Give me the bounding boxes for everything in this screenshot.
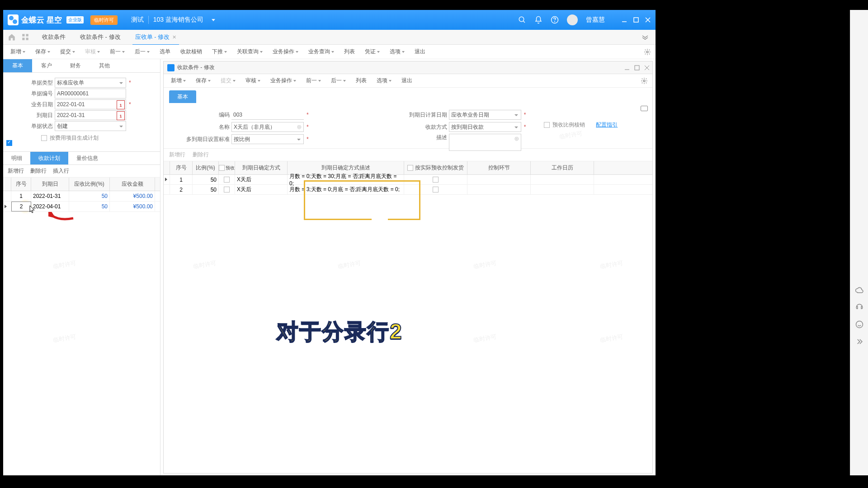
rgh-way[interactable]: 到期日确定方式 bbox=[235, 161, 288, 174]
apps-icon[interactable] bbox=[21, 33, 29, 41]
input-bizdate[interactable]: 2022-01-01 bbox=[55, 99, 126, 109]
ptbtn-save[interactable]: 保存 bbox=[192, 75, 214, 86]
tbtn-push[interactable]: 下推 bbox=[208, 46, 231, 57]
search-icon[interactable] bbox=[518, 16, 526, 24]
ltab-basic[interactable]: 基本 bbox=[3, 59, 32, 72]
lgh-amt[interactable]: 应收金额 bbox=[110, 178, 155, 191]
subtab-qtyprice[interactable]: 量价信息 bbox=[68, 152, 106, 164]
tbtn-voucher[interactable]: 凭证 bbox=[361, 46, 383, 57]
panel-maximize-icon[interactable] bbox=[634, 65, 640, 70]
tab-close-icon[interactable]: ✕ bbox=[172, 34, 176, 40]
avatar[interactable] bbox=[567, 14, 578, 25]
pinput-code[interactable]: 003 bbox=[231, 110, 304, 120]
rgh-seq[interactable]: 序号 bbox=[170, 161, 193, 174]
panel-close-icon[interactable] bbox=[644, 65, 650, 70]
ptbtn-prev[interactable]: 前一 bbox=[302, 75, 325, 86]
chk-r1-pre[interactable] bbox=[224, 177, 230, 183]
rowop-del[interactable]: 删除行 bbox=[30, 167, 47, 175]
smile-icon[interactable] bbox=[855, 320, 864, 329]
tbtn-save[interactable]: 保存 bbox=[32, 46, 54, 57]
rgh-pct[interactable]: 比例(%) bbox=[193, 161, 219, 174]
env-label[interactable]: 测试 bbox=[131, 16, 144, 24]
ptbtn-list[interactable]: 列表 bbox=[352, 75, 370, 86]
input-docno[interactable]: AR00000061 bbox=[55, 89, 126, 99]
chk-byfee[interactable] bbox=[41, 135, 47, 141]
rgh-link[interactable]: 控制环节 bbox=[467, 161, 531, 174]
panel-tab-basic[interactable]: 基本 bbox=[169, 90, 196, 103]
ptbtn-submit[interactable]: 提交 bbox=[217, 75, 239, 86]
tbtn-prev[interactable]: 前一 bbox=[106, 46, 128, 57]
input-duedate[interactable]: 2022-01-31 bbox=[55, 110, 126, 120]
pinput-method[interactable]: 按到期日收款 bbox=[449, 122, 521, 132]
headphones-icon[interactable] bbox=[855, 303, 864, 312]
tbtn-new[interactable]: 新增 bbox=[7, 46, 29, 57]
chk-r1-ctrl[interactable] bbox=[433, 177, 439, 183]
pinput-name[interactable]: X天后（非月底） bbox=[231, 122, 304, 132]
rowop-ins[interactable]: 插入行 bbox=[53, 167, 69, 175]
ptbtn-options[interactable]: 选项 bbox=[373, 75, 395, 86]
minimize-icon[interactable] bbox=[621, 17, 627, 23]
lgh-seq[interactable]: 序号 bbox=[11, 178, 31, 191]
chevron-down-icon[interactable] bbox=[212, 19, 215, 21]
home-icon[interactable] bbox=[8, 33, 16, 41]
pinput-calc[interactable]: 应收单业务日期 bbox=[449, 110, 521, 120]
tbtn-writeoff[interactable]: 收款核销 bbox=[177, 46, 206, 57]
tbtn-select[interactable]: 选单 bbox=[156, 46, 174, 57]
tbtn-list[interactable]: 列表 bbox=[340, 46, 359, 57]
tbtn-related[interactable]: 关联查询 bbox=[233, 46, 266, 57]
left-grid-row-2[interactable]: 2 2022-04-01 50 ¥500.00 bbox=[3, 202, 160, 212]
chk-r2-ctrl[interactable] bbox=[433, 187, 439, 192]
link-guide[interactable]: 配置指引 bbox=[596, 121, 618, 129]
tbtn-bizop[interactable]: 业务操作 bbox=[269, 46, 302, 57]
gear-icon[interactable] bbox=[644, 48, 651, 56]
tbtn-next[interactable]: 后一 bbox=[131, 46, 153, 57]
tbtn-audit[interactable]: 审核 bbox=[81, 46, 104, 57]
rgh-cal[interactable]: 工作日历 bbox=[531, 161, 594, 174]
ltab-finance[interactable]: 财务 bbox=[61, 59, 90, 72]
chk-head-pre[interactable] bbox=[219, 165, 225, 171]
chk-right-unknown[interactable] bbox=[6, 140, 12, 146]
close-icon[interactable] bbox=[645, 17, 651, 23]
panel-gear-icon[interactable] bbox=[641, 77, 648, 84]
tabbar-collapse-icon[interactable] bbox=[641, 34, 649, 40]
prowop-add[interactable]: 新增行 bbox=[169, 151, 185, 159]
panel-minimize-icon[interactable] bbox=[624, 65, 630, 70]
ptbtn-bizop[interactable]: 业务操作 bbox=[267, 75, 300, 86]
user-name[interactable]: 曾嘉慧 bbox=[586, 16, 605, 24]
tbtn-exit[interactable]: 退出 bbox=[411, 46, 429, 57]
input-status[interactable]: 创建 bbox=[55, 121, 126, 131]
prowop-del[interactable]: 删除行 bbox=[193, 151, 209, 159]
chk-preratio[interactable] bbox=[544, 122, 550, 128]
ptbtn-audit[interactable]: 审核 bbox=[242, 75, 264, 86]
chk-head-ctrl[interactable] bbox=[407, 165, 413, 171]
rgh-pre[interactable]: 预收 bbox=[219, 161, 235, 174]
lgh-pct[interactable]: 应收比例(%) bbox=[69, 178, 110, 191]
lgh-date[interactable]: 到期日 bbox=[31, 178, 69, 191]
org-selector[interactable]: 103 蓝海销售公司 bbox=[153, 16, 203, 24]
help-icon[interactable] bbox=[551, 16, 559, 24]
tab-payterms[interactable]: 收款条件 bbox=[36, 30, 72, 45]
chk-r2-pre[interactable] bbox=[224, 187, 230, 192]
bell-icon[interactable] bbox=[534, 16, 542, 24]
ptbtn-exit[interactable]: 退出 bbox=[398, 75, 416, 86]
tab-payterms-edit[interactable]: 收款条件 - 修改 bbox=[74, 30, 127, 45]
pinput-multi[interactable]: 按比例 bbox=[231, 134, 304, 144]
ptbtn-next[interactable]: 后一 bbox=[327, 75, 349, 86]
rowop-add[interactable]: 新增行 bbox=[8, 167, 24, 175]
tab-receivable-edit[interactable]: 应收单 - 修改✕ bbox=[129, 30, 183, 45]
input-doctype[interactable]: 标准应收单 bbox=[55, 78, 126, 88]
subtab-detail[interactable]: 明细 bbox=[3, 152, 30, 164]
maximize-icon[interactable] bbox=[633, 17, 639, 23]
rgh-ctrl[interactable]: 按实际预收控制发货 bbox=[404, 161, 467, 174]
tbtn-bizquery[interactable]: 业务查询 bbox=[305, 46, 338, 57]
pinput-desc[interactable] bbox=[449, 134, 521, 151]
right-grid-row-1[interactable]: 1 50 X天后 月数 = 0;天数 = 30;月底 = 否;距离月底天数 = … bbox=[164, 175, 652, 185]
expand-right-icon[interactable] bbox=[855, 337, 864, 346]
subtab-payplan[interactable]: 收款计划 bbox=[30, 152, 68, 164]
ltab-customer[interactable]: 客户 bbox=[32, 59, 61, 72]
tbtn-submit[interactable]: 提交 bbox=[57, 46, 79, 57]
cloud-icon[interactable] bbox=[855, 286, 864, 295]
right-grid-row-2[interactable]: 2 50 X天后 月数 = 3;天数 = 0;月底 = 否;距离月底天数 = 0… bbox=[164, 185, 652, 195]
ltab-other[interactable]: 其他 bbox=[90, 59, 119, 72]
tbtn-options[interactable]: 选项 bbox=[386, 46, 408, 57]
